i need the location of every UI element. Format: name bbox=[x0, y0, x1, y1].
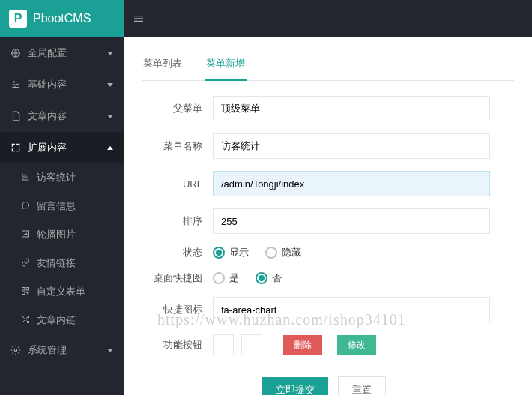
logo-icon: P bbox=[9, 10, 27, 28]
expand-icon bbox=[10, 142, 21, 153]
edit-button[interactable]: 修改 bbox=[337, 335, 376, 355]
sidebar-item-label: 文章内容 bbox=[28, 109, 67, 123]
sliders-icon bbox=[10, 79, 21, 90]
icon-input[interactable] bbox=[213, 297, 490, 322]
radio-shortcut-no[interactable]: 否 bbox=[256, 271, 282, 285]
sort-input[interactable] bbox=[213, 208, 490, 234]
svg-point-2 bbox=[16, 84, 18, 85]
sidebar-item-label: 基础内容 bbox=[28, 78, 67, 91]
svg-rect-4 bbox=[22, 231, 29, 237]
svg-rect-7 bbox=[22, 292, 25, 295]
radio-icon bbox=[213, 272, 225, 284]
chevron-up-icon bbox=[107, 146, 113, 150]
chart-icon bbox=[21, 172, 30, 184]
sidebar-sub-label: 轮播图片 bbox=[37, 228, 76, 241]
radio-shortcut-yes[interactable]: 是 bbox=[213, 271, 239, 285]
header: P PbootCMS bbox=[0, 0, 532, 37]
chevron-down-icon bbox=[107, 349, 113, 352]
radio-icon bbox=[256, 272, 267, 284]
reset-button[interactable]: 重置 bbox=[338, 376, 386, 395]
sidebar-item-label: 扩展内容 bbox=[28, 141, 67, 154]
sidebar-sub-message[interactable]: 留言信息 bbox=[0, 192, 124, 220]
hamburger-icon bbox=[133, 13, 145, 25]
gear-icon bbox=[10, 345, 21, 355]
link-icon bbox=[21, 258, 30, 269]
sidebar-sub-label: 自定义表单 bbox=[37, 285, 85, 298]
sidebar-item-article[interactable]: 文章内容 bbox=[0, 100, 124, 132]
radio-label: 隐藏 bbox=[282, 246, 301, 259]
checkbox-action-1[interactable] bbox=[213, 334, 234, 355]
globe-icon bbox=[10, 48, 21, 58]
parent-input[interactable] bbox=[213, 96, 490, 121]
sidebar-sub-label: 文章内链 bbox=[37, 313, 76, 327]
tab-menu-list[interactable]: 菜单列表 bbox=[142, 51, 184, 80]
submit-button[interactable]: 立即提交 bbox=[262, 377, 328, 395]
label-shortcut: 桌面快捷图 bbox=[142, 271, 213, 285]
svg-point-1 bbox=[13, 81, 15, 82]
label-icon: 快捷图标 bbox=[142, 303, 213, 316]
sidebar-item-basic[interactable]: 基础内容 bbox=[0, 69, 124, 100]
label-sort: 排序 bbox=[142, 214, 213, 228]
radio-status-hide[interactable]: 隐藏 bbox=[265, 246, 301, 259]
shuffle-icon bbox=[21, 315, 30, 326]
checkbox-action-2[interactable] bbox=[241, 334, 262, 355]
chevron-down-icon bbox=[107, 52, 113, 55]
sidebar-item-extend[interactable]: 扩展内容 bbox=[0, 132, 124, 163]
sidebar-sub-label: 友情链接 bbox=[37, 256, 76, 270]
sidebar-sub-innerlink[interactable]: 文章内链 bbox=[0, 306, 124, 334]
label-name: 菜单名称 bbox=[142, 139, 213, 153]
comment-icon bbox=[21, 201, 30, 212]
image-icon bbox=[21, 229, 30, 241]
sidebar-item-label: 全局配置 bbox=[28, 46, 67, 60]
label-url: URL bbox=[142, 178, 213, 190]
delete-button[interactable]: 删除 bbox=[283, 335, 322, 355]
brand-name: PbootCMS bbox=[33, 12, 91, 25]
sidebar-item-global[interactable]: 全局配置 bbox=[0, 37, 124, 69]
svg-rect-6 bbox=[26, 287, 29, 290]
label-parent: 父菜单 bbox=[142, 102, 213, 115]
sidebar-sub-form[interactable]: 自定义表单 bbox=[0, 277, 124, 306]
sidebar-sub-label: 访客统计 bbox=[37, 171, 76, 184]
logo[interactable]: P PbootCMS bbox=[0, 0, 124, 37]
label-status: 状态 bbox=[142, 246, 213, 259]
name-input[interactable] bbox=[213, 133, 490, 159]
chevron-down-icon bbox=[107, 115, 113, 118]
radio-label: 否 bbox=[272, 271, 282, 285]
sidebar-sub-slide[interactable]: 轮播图片 bbox=[0, 220, 124, 249]
svg-point-3 bbox=[14, 86, 16, 88]
file-icon bbox=[10, 111, 21, 121]
sidebar-sub-visitors[interactable]: 访客统计 bbox=[0, 163, 124, 192]
label-actions: 功能按钮 bbox=[142, 338, 213, 352]
radio-icon bbox=[213, 247, 225, 259]
radio-status-show[interactable]: 显示 bbox=[213, 246, 249, 259]
radio-label: 是 bbox=[229, 271, 239, 285]
tabs: 菜单列表 菜单新增 bbox=[142, 51, 514, 81]
sidebar: 全局配置 基础内容 文章内容 扩展内容 访客统计 留言信息 轮播图片 bbox=[0, 37, 124, 395]
radio-label: 显示 bbox=[229, 246, 249, 259]
tab-menu-add[interactable]: 菜单新增 bbox=[205, 51, 247, 81]
grid-icon bbox=[21, 286, 30, 298]
svg-rect-5 bbox=[22, 287, 25, 290]
chevron-down-icon bbox=[107, 83, 113, 87]
menu-toggle-button[interactable] bbox=[124, 0, 154, 37]
sidebar-item-label: 系统管理 bbox=[28, 343, 67, 357]
svg-point-8 bbox=[14, 349, 17, 352]
url-input[interactable] bbox=[213, 171, 490, 196]
radio-icon bbox=[265, 247, 277, 259]
sidebar-sub-link[interactable]: 友情链接 bbox=[0, 249, 124, 277]
sidebar-sub-label: 留言信息 bbox=[37, 199, 76, 213]
sidebar-item-system[interactable]: 系统管理 bbox=[0, 334, 124, 366]
main-content: 菜单列表 菜单新增 父菜单 菜单名称 URL 排序 状态 显示 隐藏 bbox=[124, 37, 532, 395]
